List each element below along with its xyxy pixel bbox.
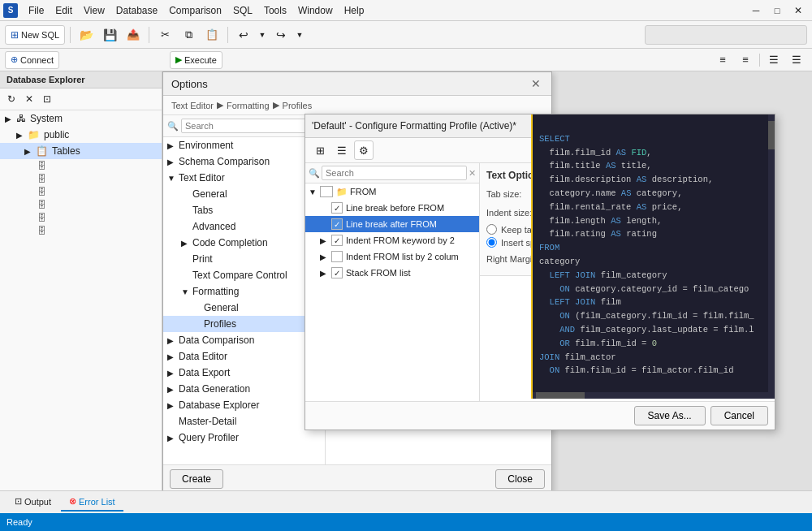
open-btn[interactable]: 📂	[76, 24, 97, 45]
menu-tools[interactable]: Tools	[258, 3, 292, 18]
align-btn3[interactable]: ☰	[763, 51, 784, 69]
menu-edit[interactable]: Edit	[50, 3, 78, 18]
tree-item-advanced[interactable]: Advanced	[163, 218, 325, 235]
tree-item-text-editor[interactable]: ▼ Text Editor	[163, 170, 325, 186]
undo-btn[interactable]: ↩	[233, 24, 254, 45]
table-row6[interactable]: 🗄	[32, 224, 162, 237]
profile-settings-btn[interactable]: ⚙	[354, 140, 374, 160]
output-tab[interactable]: ⊡ Output	[6, 493, 59, 512]
new-sql-btn[interactable]: ⊞ New SQL	[5, 25, 65, 45]
profile-linebreak-after[interactable]: ✓ Line break after FROM	[305, 216, 479, 232]
profile-search-bar: 🔍 ✕	[305, 163, 479, 183]
disconnect-btn[interactable]: ✕	[21, 91, 37, 107]
table-row2[interactable]: 🗄	[32, 172, 162, 185]
menu-database[interactable]: Database	[110, 3, 163, 18]
breadcrumb-text-editor: Text Editor	[171, 101, 214, 110]
options-tree-search: 🔍 ✕	[163, 115, 325, 137]
toolbar2: ⊕ Connect ▶ Execute ≡ ≡ ☰ ☰	[0, 49, 812, 71]
profile-indent-list[interactable]: ▶ Indent FROM list by 2 colum	[305, 248, 479, 265]
sidebar-tree: ▶ 🖧 System ▶ 📁 public ▶ 📋 Tables 🗄 �	[0, 110, 162, 490]
tree-item-master-detail[interactable]: Master-Detail	[163, 413, 325, 430]
align-btn2[interactable]: ≡	[735, 51, 756, 69]
profile-list-btn[interactable]: ☰	[332, 140, 352, 160]
redo-btn[interactable]: ↪	[270, 24, 292, 45]
tree-item-print[interactable]: Print	[163, 251, 325, 267]
export-btn[interactable]: 📤	[123, 24, 144, 45]
tree-item-profiles[interactable]: Profiles	[163, 316, 325, 332]
cut-btn[interactable]: ✂	[154, 24, 175, 45]
profile-search-input[interactable]	[322, 166, 467, 180]
sql-hscrollbar-thumb[interactable]	[536, 392, 585, 399]
tree-item-data-editor[interactable]: ▶ Data Editor	[163, 348, 325, 365]
ptree-label: Indent FROM list by 2 colum	[346, 252, 459, 261]
undo-dropdown[interactable]: ▼	[257, 24, 268, 45]
db-connect-btn[interactable]: ⊕ Connect	[5, 51, 59, 69]
breadcrumb-formatting: Formatting	[227, 101, 270, 110]
tree-item-formatting[interactable]: ▼ Formatting	[163, 283, 325, 300]
options-close-footer-btn[interactable]: Close	[495, 469, 545, 489]
options-close-btn[interactable]: ✕	[529, 76, 543, 91]
sql-hscrollbar[interactable]	[533, 392, 768, 399]
filter-btn[interactable]: ⊡	[39, 91, 55, 107]
tree-item-tabs[interactable]: Tabs	[163, 202, 325, 218]
profile-tree-list: ▼ 📁 FROM ✓ Line break before FROM	[305, 183, 479, 401]
tree-label: Tabs	[192, 205, 213, 216]
options-tree: 🔍 ✕ ▶ Environment ▶ Schema Comp	[163, 115, 326, 464]
profile-stack[interactable]: ▶ ✓ Stack FROM list	[305, 265, 479, 281]
options-search-input[interactable]	[181, 119, 311, 133]
tree-item-data-generation[interactable]: ▶ Data Generation	[163, 381, 325, 397]
options-title-bar: Options ✕	[163, 72, 551, 96]
profile-from-group[interactable]: ▼ 📁 FROM	[305, 183, 479, 200]
refresh-btn[interactable]: ↻	[3, 91, 19, 107]
tree-item-data-export[interactable]: ▶ Data Export	[163, 365, 325, 381]
tree-item-query-profiler[interactable]: ▶ Query Profiler	[163, 430, 325, 446]
tree-item-public[interactable]: ▶ 📁 public	[0, 127, 162, 143]
profile-indent-kw[interactable]: ▶ ✓ Indent FROM keyword by 2	[305, 232, 479, 248]
create-btn[interactable]: Create	[170, 469, 223, 489]
tree-item-environment[interactable]: ▶ Environment	[163, 137, 325, 153]
table-row3[interactable]: 🗄	[32, 185, 162, 198]
execute-btn[interactable]: ▶ Execute	[170, 51, 222, 69]
redo-dropdown[interactable]: ▼	[294, 24, 305, 45]
profile-search-clear[interactable]: ✕	[469, 168, 476, 179]
table-row1[interactable]: 🗄	[32, 159, 162, 172]
tree-item-formatting-general[interactable]: General	[163, 300, 325, 316]
ptree-label: Line break after FROM	[346, 219, 437, 229]
ptree-label: Stack FROM list	[346, 268, 410, 278]
menu-help[interactable]: Help	[339, 3, 370, 18]
window-close[interactable]: ✕	[788, 2, 809, 19]
tree-item-code-completion[interactable]: ▶ Code Completion	[163, 235, 325, 251]
table-row5[interactable]: 🗄	[32, 211, 162, 224]
tree-item-general1[interactable]: General	[163, 186, 325, 202]
menu-sql[interactable]: SQL	[227, 3, 258, 18]
tree-item-system[interactable]: ▶ 🖧 System	[0, 110, 162, 127]
window-maximize[interactable]: □	[767, 2, 788, 19]
insert-spaces-radio[interactable]	[486, 237, 497, 248]
align-btn4[interactable]: ☰	[786, 51, 807, 69]
keep-tabs-radio[interactable]	[486, 224, 497, 235]
sql-scrollbar[interactable]	[768, 163, 775, 399]
toolbar1: ⊞ New SQL 📂 💾 📤 ✂ ⧉ 📋 ↩ ▼ ↪ ▼	[0, 21, 812, 49]
statusbar-info: Ready	[6, 517, 32, 527]
menu-view[interactable]: View	[78, 3, 110, 18]
error-list-tab[interactable]: ⊗ Error List	[61, 493, 123, 512]
tree-item-db-explorer[interactable]: ▶ Database Explorer	[163, 397, 325, 413]
profile-grid-btn[interactable]: ⊞	[310, 140, 330, 160]
copy-btn[interactable]: ⧉	[178, 24, 199, 45]
save-btn[interactable]: 💾	[99, 24, 120, 45]
window-minimize[interactable]: ─	[745, 2, 767, 19]
tree-item-tab1[interactable]: ▶ 📋 Tables	[0, 143, 162, 159]
tree-item-text-compare[interactable]: Text Compare Control	[163, 267, 325, 283]
menu-comparison[interactable]: Comparison	[163, 3, 227, 18]
toolbar2-btns: ≡ ≡ ☰ ☰	[712, 51, 807, 69]
table-row4[interactable]: 🗄	[32, 198, 162, 211]
paste-btn[interactable]: 📋	[201, 24, 222, 45]
profile-linebreak-before[interactable]: ✓ Line break before FROM	[305, 200, 479, 216]
menu-window[interactable]: Window	[292, 3, 339, 18]
tree-item-schema[interactable]: ▶ Schema Comparison	[163, 153, 325, 170]
profile-save-as-btn[interactable]: Save As...	[634, 406, 706, 425]
tree-item-data-comparison[interactable]: ▶ Data Comparison	[163, 332, 325, 348]
profile-cancel-btn[interactable]: Cancel	[710, 406, 768, 425]
menu-file[interactable]: File	[23, 3, 50, 18]
align-btn1[interactable]: ≡	[712, 51, 733, 69]
